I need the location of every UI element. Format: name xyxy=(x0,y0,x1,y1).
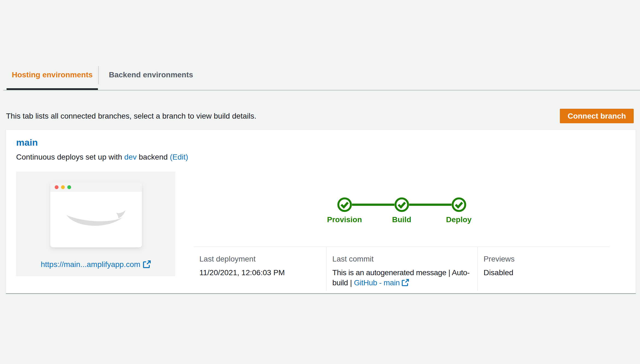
edit-backend-link[interactable]: (Edit) xyxy=(170,153,188,161)
pipeline-connector xyxy=(352,204,394,206)
amazon-smile-icon xyxy=(65,209,128,230)
branch-name-heading: main xyxy=(16,136,38,148)
check-circle-icon xyxy=(452,197,466,212)
branch-name-link[interactable]: main xyxy=(16,137,38,148)
branch-subtitle: Continuous deploys set up with dev backe… xyxy=(16,152,188,162)
last-commit-value: This is an autogenerated message | Auto-… xyxy=(332,268,470,288)
external-link-icon xyxy=(143,260,151,268)
last-deployment-label: Last deployment xyxy=(199,254,318,264)
tab-backend-environments[interactable]: Backend environments xyxy=(109,70,193,80)
browser-maximize-dot-icon xyxy=(67,185,71,189)
last-commit-cell: Last commit This is an autogenerated mes… xyxy=(326,247,477,291)
commit-line2-prefix: build | xyxy=(332,278,354,287)
tab-divider xyxy=(98,66,99,84)
browser-mockup xyxy=(50,183,142,247)
previews-value: Disabled xyxy=(484,268,602,278)
browser-close-dot-icon xyxy=(55,185,59,189)
tab-description: This tab lists all connected branches, s… xyxy=(6,111,256,121)
tab-hosting-environments[interactable]: Hosting environments xyxy=(7,70,98,80)
pipeline-step-provision: Provision xyxy=(337,197,352,212)
branch-preview-thumbnail: https://main...amplifyapp.com xyxy=(16,172,175,276)
last-commit-label: Last commit xyxy=(332,254,470,264)
branch-url-row: https://main...amplifyapp.com xyxy=(16,260,175,269)
branch-url-link[interactable]: https://main...amplifyapp.com xyxy=(41,260,140,269)
pipeline-connector xyxy=(409,204,452,206)
browser-minimize-dot-icon xyxy=(61,185,65,189)
pipeline-step-label: Deploy xyxy=(446,215,472,224)
amplify-console-page: { "tabs": { "hosting": "Hosting environm… xyxy=(0,0,640,364)
deployment-pipeline: Provision Build Deploy xyxy=(194,197,610,212)
connect-branch-button[interactable]: Connect branch xyxy=(560,109,634,123)
last-deployment-value: 11/20/2021, 12:06:03 PM xyxy=(199,268,318,278)
github-main-link[interactable]: GitHub - main xyxy=(354,278,400,287)
check-circle-icon xyxy=(337,197,352,212)
external-link-icon xyxy=(402,279,409,286)
pipeline-step-label: Build xyxy=(392,215,411,224)
pipeline-step-build: Build xyxy=(394,197,409,212)
previews-cell: Previews Disabled xyxy=(477,247,610,291)
branch-card[interactable]: main Continuous deploys set up with dev … xyxy=(6,130,636,294)
browser-content xyxy=(50,192,142,247)
last-deployment-cell: Last deployment 11/20/2021, 12:06:03 PM xyxy=(194,247,326,291)
subtitle-middle: backend xyxy=(139,153,168,161)
browser-titlebar xyxy=(50,183,142,192)
commit-message-line1: This is an autogenerated message | Auto- xyxy=(332,268,470,278)
previews-label: Previews xyxy=(484,254,602,264)
pipeline-step-label: Provision xyxy=(327,215,362,224)
tabs-bottom-divider xyxy=(3,90,640,90)
branch-details: Last deployment 11/20/2021, 12:06:03 PM … xyxy=(194,246,610,291)
check-circle-icon xyxy=(394,197,409,212)
backend-dev-link[interactable]: dev xyxy=(124,153,136,161)
subtitle-prefix: Continuous deploys set up with xyxy=(16,153,122,161)
commit-message-line2: build | GitHub - main xyxy=(332,278,470,288)
pipeline-step-deploy: Deploy xyxy=(452,197,466,212)
